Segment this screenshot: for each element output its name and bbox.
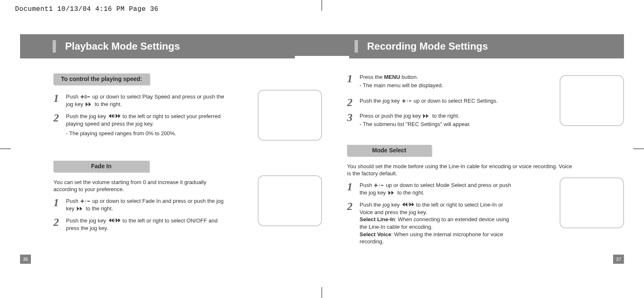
crop-mark-icon — [0, 149, 11, 149]
step-number: 1 — [53, 93, 66, 109]
text: Push — [360, 182, 373, 188]
fade-intro: You can set the volume starting from 0 a… — [53, 179, 229, 193]
screen-placeholder — [560, 177, 624, 228]
step-number: 1 — [347, 73, 360, 93]
text: up or down to select REC Settings. — [413, 98, 498, 104]
step-text: Push / up or down to select Mode Select … — [360, 182, 514, 197]
text: to the right. — [432, 113, 459, 119]
right-header: Recording Mode Settings — [322, 34, 624, 58]
svg-marker-38 — [409, 202, 412, 207]
svg-text:/: / — [408, 202, 409, 207]
svg-rect-26 — [409, 101, 411, 101]
rewind-fastforward-icon: / — [109, 217, 120, 225]
mode-intro: You should set the mode before using the… — [347, 163, 573, 177]
svg-marker-18 — [109, 218, 111, 222]
content-area: To control the playing speed: 1 Push / u… — [20, 71, 624, 273]
step-item: 2 Push the jog key / to the left or righ… — [53, 113, 229, 141]
svg-text:/: / — [407, 99, 408, 103]
step-note: - The playing speed ranges from 0% to 20… — [66, 130, 229, 137]
svg-text:/: / — [114, 218, 115, 222]
header-tab-cutout — [295, 56, 349, 66]
step-item: 1 Push / up or down to select Play Speed… — [53, 93, 229, 109]
svg-marker-8 — [111, 114, 114, 118]
svg-marker-34 — [391, 191, 394, 195]
subhead-fade-in: Fade In — [53, 161, 149, 172]
plus-minus-icon: / — [81, 93, 90, 101]
step-number: 2 — [347, 97, 360, 108]
svg-marker-6 — [89, 102, 91, 106]
svg-text:/: / — [114, 114, 115, 118]
text: Press or push the jog key — [360, 113, 422, 119]
rewind-fastforward-icon: / — [402, 201, 414, 209]
step-item: 1 Push / up or down to select Fade In an… — [53, 197, 229, 213]
step-number: 2 — [53, 217, 66, 232]
svg-rect-13 — [82, 200, 83, 203]
svg-marker-5 — [86, 102, 88, 106]
svg-marker-7 — [109, 114, 111, 118]
imposition-header: Document1 10/13/04 4:16 PM Page 36 — [15, 5, 158, 14]
plus-minus-icon: / — [81, 198, 90, 205]
screen-placeholder — [560, 75, 624, 126]
crop-mark-icon — [633, 149, 644, 149]
step-number: 2 — [347, 201, 360, 245]
svg-marker-11 — [118, 114, 120, 118]
step-item: 1 Press the MENU button. - The main menu… — [347, 73, 514, 93]
svg-rect-32 — [381, 185, 383, 186]
manual-spread: Document1 10/13/04 4:16 PM Page 36 Playb… — [0, 0, 644, 298]
svg-rect-24 — [403, 99, 404, 103]
page-number-right: 37 — [613, 255, 624, 264]
step-note: - The main menu will be displayed. — [360, 82, 514, 89]
step-text: Press the MENU button. - The main menu w… — [360, 73, 514, 93]
left-header: Playback Mode Settings — [20, 34, 322, 58]
spread-header-bar: Playback Mode Settings Recording Mode Se… — [20, 34, 624, 58]
svg-rect-4 — [87, 96, 90, 97]
svg-text:/: / — [85, 199, 86, 203]
text-bold: Select Line-In — [360, 216, 395, 222]
plus-minus-icon: / — [374, 182, 383, 189]
rewind-fastforward-icon: / — [109, 113, 120, 120]
step-number: 1 — [347, 182, 360, 197]
text: Push the jog key — [360, 202, 401, 208]
crop-mark-icon — [322, 287, 322, 298]
fast-forward-icon — [423, 113, 430, 120]
step-text: Push the jog key / to the left or right … — [360, 201, 514, 245]
step-number: 2 — [53, 113, 66, 141]
step-text: Push / up or down to select Play Speed a… — [66, 93, 229, 109]
screen-placeholder — [258, 175, 322, 226]
step-text: Push the jog key / up or down to select … — [360, 97, 514, 108]
step-text: Press or push the jog key to the right. … — [360, 112, 514, 132]
svg-rect-15 — [87, 201, 90, 202]
text: to the right. — [94, 101, 122, 107]
text-bold: MENU — [384, 74, 400, 80]
step-text: Push / up or down to select Fade In and … — [66, 197, 229, 213]
fast-forward-icon — [86, 101, 92, 109]
accent-bar-icon — [355, 40, 358, 53]
svg-marker-10 — [116, 114, 118, 118]
svg-rect-1 — [82, 95, 83, 98]
svg-text:/: / — [379, 183, 380, 187]
accent-bar-icon — [53, 40, 56, 53]
right-page: 1 Press the MENU button. - The main menu… — [322, 71, 624, 273]
step-number: 3 — [347, 112, 360, 132]
text: Push the jog key — [66, 217, 108, 224]
svg-marker-28 — [426, 114, 428, 118]
step-item: 1 Push / up or down to select Mode Selec… — [347, 182, 514, 197]
text: Push the jog key — [360, 98, 401, 104]
step-item: 2 Push the jog key / up or down to selec… — [347, 97, 514, 108]
step-note: - The submenu list "REC Settings" will a… — [360, 121, 514, 128]
subhead-mode-select: Mode Select — [347, 145, 431, 156]
step-item: 2 Push the jog key / to the left or righ… — [53, 217, 229, 232]
fast-forward-icon — [77, 205, 84, 213]
svg-marker-19 — [111, 218, 114, 222]
text: Push — [66, 93, 80, 100]
text: button. — [400, 74, 418, 80]
text: Push the jog key — [66, 113, 108, 119]
svg-marker-36 — [405, 202, 407, 207]
svg-marker-21 — [116, 218, 118, 222]
text-bold: Select Voice — [360, 231, 391, 237]
left-title: Playback Mode Settings — [65, 40, 180, 53]
text: Push — [66, 198, 80, 204]
step-text: Push the jog key / to the left or right … — [66, 217, 229, 232]
text: to the right. — [397, 189, 424, 196]
right-title: Recording Mode Settings — [367, 40, 488, 53]
